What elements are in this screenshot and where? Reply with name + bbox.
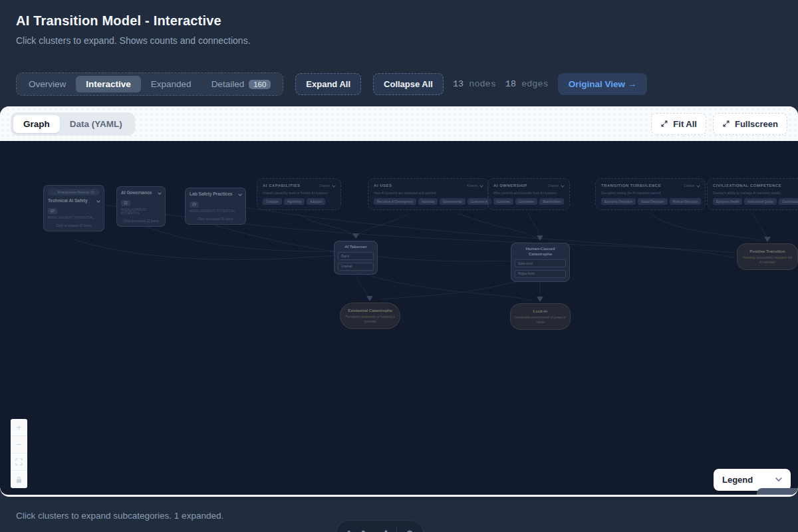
tab-expanded[interactable]: Expanded: [141, 76, 201, 92]
pen-tool-button[interactable]: ✎: [361, 529, 368, 532]
node-human-caused-catastrophe[interactable]: Human-Caused Catastrophe State Actor Rog…: [511, 243, 570, 282]
node-category: MISALIGNMENT POTENTIAL: [48, 216, 100, 219]
item-count-badge: 12: [121, 200, 130, 206]
subcategory-chip[interactable]: Governmental: [440, 198, 466, 205]
chevron-down-icon: [332, 184, 336, 188]
cluster-transition-turbulence[interactable]: TRANSITION TURBULENCE3 items Disruption …: [595, 178, 706, 210]
risk-variant[interactable]: Rapid: [338, 252, 374, 260]
node-lab-safety-practices[interactable]: Lab Safety Practices 19 MISALIGNMENT POT…: [185, 188, 246, 225]
chevron-down-icon: [238, 192, 242, 196]
chevron-down-icon: [479, 184, 483, 188]
expand-diagonal-icon: [660, 120, 668, 128]
node-technical-ai-safety[interactable]: ← Misalignment Potential (3) Technical A…: [43, 185, 104, 231]
cluster-ai-ownership[interactable]: AI OWNERSHIP3 items Who controls and ben…: [487, 178, 570, 210]
main-toolbar: Overview Interactive Expanded Detailed 1…: [16, 72, 782, 96]
app-header: AI Transition Model - Interactive Click …: [0, 0, 798, 46]
tab-interactive[interactable]: Interactive: [76, 76, 141, 92]
fullscreen-button[interactable]: Fullscreen: [713, 113, 787, 135]
page-title: AI Transition Model - Interactive: [16, 13, 782, 29]
subcategory-chip[interactable]: Companies: [515, 198, 537, 205]
subcategory-chip[interactable]: Political Disruption: [670, 198, 702, 205]
lock-icon: [15, 476, 23, 483]
zoom-out-button[interactable]: −: [11, 436, 27, 454]
view-mode-switcher: Overview Interactive Expanded Detailed 1…: [16, 72, 283, 96]
cluster-ai-capabilities[interactable]: AI CAPABILITIES3 items Overall capabilit…: [257, 178, 341, 210]
nodes-count: 13 nodes: [453, 79, 496, 89]
panel-toolbar: Graph Data (YAML) Fit All Fullscreen: [0, 106, 798, 141]
node-category: MISALIGNMENT POTENTIAL: [190, 209, 241, 213]
line-node-icon: [377, 529, 388, 532]
lock-button[interactable]: [11, 471, 27, 488]
tab-overview[interactable]: Overview: [19, 76, 76, 92]
cluster-ai-uses[interactable]: AI USES4 items How AI systems are deploy…: [368, 178, 489, 210]
subcategory-chip[interactable]: Economic Disruption: [601, 198, 636, 205]
subcategory-chip[interactable]: Countries: [493, 198, 513, 205]
chevron-down-icon: [775, 477, 782, 482]
canvas-controls: + −: [11, 419, 27, 488]
subcategory-chip[interactable]: Recursive AI Development: [374, 198, 416, 205]
subcategory-chip[interactable]: Compute: [263, 198, 282, 205]
risk-variant[interactable]: State Actor: [515, 259, 566, 267]
edges-count: 18 edges: [505, 79, 549, 89]
item-count-badge: 22: [48, 208, 57, 214]
expand-hint: Click to expand 19 items: [190, 217, 241, 221]
item-count-badge: 19: [190, 201, 199, 207]
node-ai-governance[interactable]: AI Governance 12 MISALIGNMENT POTENTIAL …: [116, 186, 166, 227]
toolbar-divider: [396, 526, 397, 532]
original-view-button[interactable]: Original View →: [558, 73, 648, 95]
tab-detailed[interactable]: Detailed 160: [201, 76, 281, 92]
fit-all-button[interactable]: Fit All: [651, 113, 706, 135]
node-lock-in[interactable]: Lock-in Irreversible entrenchment of pow…: [510, 303, 571, 330]
status-bar: Click clusters to expand subcategories. …: [16, 511, 223, 521]
page-subtitle: Click clusters to expand. Shows counts a…: [16, 35, 782, 46]
fullscreen-icon: [722, 120, 730, 128]
panel-actions: Fit All Fullscreen: [651, 113, 787, 135]
detailed-count-badge: 160: [249, 80, 271, 89]
fit-view-icon: [15, 458, 23, 466]
subcategory-chip[interactable]: Algorithms: [284, 198, 305, 205]
annotation-toolbar: A ✎ ⚙: [336, 520, 424, 532]
risk-variant[interactable]: Gradual: [338, 263, 374, 271]
node-positive-transition[interactable]: Positive Transition Humanity successfull…: [737, 243, 798, 270]
graph-canvas[interactable]: ← Misalignment Potential (3) Technical A…: [0, 141, 798, 495]
subcategory-chip[interactable]: Industrial: [418, 198, 438, 205]
subcategory-chip[interactable]: Adoption: [307, 198, 325, 205]
chevron-down-icon: [158, 191, 162, 195]
minimap-corner: [757, 488, 798, 495]
tab-data-yaml[interactable]: Data (YAML): [60, 115, 132, 133]
collapse-all-button[interactable]: Collapse All: [373, 73, 444, 95]
back-to-parent-pill[interactable]: ← Misalignment Potential (3): [48, 189, 100, 196]
expand-hint: Click to expand 12 items: [121, 219, 161, 223]
chevron-down-icon: [561, 184, 565, 188]
expand-all-button[interactable]: Expand All: [295, 73, 361, 95]
node-category: MISALIGNMENT POTENTIAL: [121, 208, 161, 215]
node-ai-takeover[interactable]: AI Takeover Rapid Gradual: [334, 241, 378, 275]
graph-content: ← Misalignment Potential (3) Technical A…: [0, 141, 798, 495]
subcategory-chip[interactable]: Coordination Capacity: [779, 198, 798, 205]
risk-variant[interactable]: Rogue Actor: [515, 270, 566, 278]
zoom-in-button[interactable]: +: [11, 419, 27, 436]
graph-panel: Graph Data (YAML) Fit All Fullscreen: [0, 106, 798, 497]
subcategory-chip[interactable]: Institutional Quality: [744, 198, 777, 205]
settings-button[interactable]: ⚙: [406, 529, 414, 532]
subcategory-chip[interactable]: Shareholders: [539, 198, 564, 205]
fit-view-button[interactable]: [11, 454, 27, 471]
cluster-civilizational-competence[interactable]: CIVILIZATIONAL COMPETENCE3 items Society…: [707, 178, 798, 210]
line-tool-button[interactable]: [377, 529, 388, 532]
node-existential-catastrophe[interactable]: Existential Catastrophe Permanent destru…: [340, 303, 400, 329]
subcategory-chip[interactable]: Social Disruption: [638, 198, 667, 205]
panel-tab-switcher: Graph Data (YAML): [11, 112, 135, 136]
tab-graph[interactable]: Graph: [13, 115, 60, 133]
expand-hint: Click to expand 22 items: [48, 224, 100, 227]
subcategory-chip[interactable]: Epistemic Health: [713, 198, 742, 205]
chevron-down-icon: [696, 184, 700, 188]
text-tool-button[interactable]: A: [346, 529, 352, 532]
chevron-down-icon: [96, 199, 100, 203]
